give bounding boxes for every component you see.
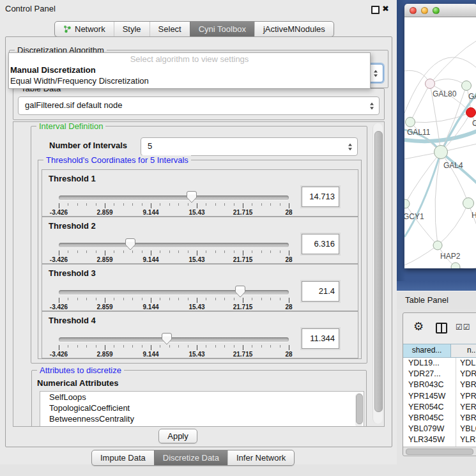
close-icon[interactable]: ✖ xyxy=(382,3,389,15)
tab-network[interactable]: Network xyxy=(55,22,114,36)
column-header-shared-name[interactable]: shared... xyxy=(403,344,451,357)
table-row[interactable]: YPR145WYPR1 xyxy=(403,391,476,402)
slider-tick xyxy=(77,250,78,253)
slider-tick xyxy=(188,203,188,206)
slider-tick xyxy=(224,203,225,206)
threshold-value-field[interactable]: 6.316 xyxy=(302,234,339,254)
slider-tick xyxy=(215,250,216,253)
network-node-ga[interactable] xyxy=(462,81,472,91)
zoom-traffic-light-icon[interactable] xyxy=(433,7,440,14)
table-row[interactable]: YLR345WYLR3 xyxy=(403,434,476,445)
dropdown-item-equal-width-frequency-discretization[interactable]: Equal Width/Frequency Discretization xyxy=(9,75,370,86)
slider-track[interactable] xyxy=(59,337,289,342)
slider-tick xyxy=(132,298,133,300)
network-edge[interactable] xyxy=(410,84,430,122)
network-node-c[interactable] xyxy=(466,108,476,118)
slider-tick xyxy=(114,345,114,348)
table-panel-titlebar: Table Panel xyxy=(397,291,476,309)
attribute-item-betweennesscentrality[interactable]: BetweennessCentrality xyxy=(40,413,364,424)
close-traffic-light-icon[interactable] xyxy=(410,7,417,14)
table-header-row: shared... n... xyxy=(403,344,476,358)
checkbox-columns-icon[interactable]: ☑☑ xyxy=(456,323,471,332)
slider-track[interactable] xyxy=(59,290,289,295)
panel-scrollbar-thumb[interactable] xyxy=(374,131,383,412)
dropdown-item-manual-discretization[interactable]: Manual Discretization xyxy=(9,65,370,75)
network-node-gcy1[interactable] xyxy=(404,199,410,208)
slider-tick xyxy=(280,203,280,206)
numerical-attributes-list[interactable]: SelfLoopsTopologicalCoefficientBetweenne… xyxy=(40,391,364,427)
slider-handle[interactable] xyxy=(125,238,135,250)
slider-tick xyxy=(234,345,234,348)
network-view-window: GAL80GACGAL11GAL4GCY1HHAP2 xyxy=(404,4,476,268)
network-edge[interactable] xyxy=(430,79,466,86)
network-node-gal11[interactable] xyxy=(406,118,415,127)
cyni-mode-tabs: Impute DataDiscretize DataInfer Network xyxy=(91,450,295,466)
table-cell-shared-name: YBR043C xyxy=(403,380,456,390)
column-header-name[interactable]: n... xyxy=(451,344,476,357)
table-hscrollbar-thumb[interactable] xyxy=(406,449,473,455)
table-cell-shared-name: YLR345W xyxy=(403,434,456,445)
slider-track[interactable] xyxy=(59,196,289,200)
table-row[interactable]: YDR27...YDR2 xyxy=(403,369,476,380)
slider-tick-label: -3.426 xyxy=(50,256,68,263)
tab-infer-network[interactable]: Infer Network xyxy=(227,450,294,465)
attribute-item-topologicalcoefficient[interactable]: TopologicalCoefficient xyxy=(40,403,364,413)
threshold-panel-1: Threshold 1-3.4262.8599.14415.4321.71528… xyxy=(42,169,358,217)
tab-cyni-toolbox[interactable]: Cyni Toolbox xyxy=(190,22,254,36)
threshold-value-field[interactable]: 14.713 xyxy=(302,187,339,207)
float-window-icon[interactable] xyxy=(371,6,380,14)
slider-tick xyxy=(243,298,243,303)
slider-tick xyxy=(142,250,142,253)
table-row[interactable]: YDL19...YDL1 xyxy=(403,358,476,369)
tab-discretize-data[interactable]: Discretize Data xyxy=(154,450,227,465)
tab-select[interactable]: Select xyxy=(150,22,190,36)
network-node-gal4[interactable] xyxy=(434,146,448,159)
algorithm-dropdown-popup: Select algorithm to view settings Manual… xyxy=(8,52,371,89)
network-node-label: GCY1 xyxy=(404,212,424,221)
slider-tick xyxy=(169,250,170,253)
slider-handle[interactable] xyxy=(235,286,246,298)
gear-icon[interactable]: ⚙︎ xyxy=(413,321,424,332)
network-edge[interactable] xyxy=(404,245,438,265)
number-of-intervals-combobox[interactable]: 5 xyxy=(141,137,358,156)
slider-tick xyxy=(151,345,151,350)
table-row[interactable]: YBR045CYBR0 xyxy=(403,413,476,424)
tab-jactivemnodules[interactable]: jActiveMNodules xyxy=(254,22,334,36)
minimize-traffic-light-icon[interactable] xyxy=(421,7,428,14)
attribute-item-selfloops[interactable]: SelfLoops xyxy=(40,392,364,403)
slider-tick xyxy=(59,203,59,208)
network-edge[interactable] xyxy=(405,204,438,245)
table-row[interactable]: YBR043CYBR0 xyxy=(403,380,476,390)
tab-impute-data[interactable]: Impute Data xyxy=(92,450,154,465)
slider-tick xyxy=(105,203,105,208)
threshold-value-field[interactable]: 11.344 xyxy=(302,328,339,349)
slider-track[interactable] xyxy=(59,243,289,247)
network-node-gal80[interactable] xyxy=(426,79,435,89)
slider-tick-label: 2.859 xyxy=(96,209,112,216)
table-row[interactable]: YER054CYER0 xyxy=(403,402,476,413)
tab-style[interactable]: Style xyxy=(114,22,150,36)
slider-handle[interactable] xyxy=(186,191,197,203)
apply-button[interactable]: Apply xyxy=(158,429,197,443)
threshold-value-field[interactable]: 21.4 xyxy=(302,281,339,302)
network-edge[interactable] xyxy=(441,152,468,203)
network-node-hap2[interactable] xyxy=(433,241,442,250)
table-data-combobox[interactable]: galFiltered.sif default node xyxy=(18,96,380,115)
threshold-label: Threshold 4 xyxy=(49,316,96,325)
slider-tick-label: 2.859 xyxy=(96,256,112,263)
table-row[interactable]: YBL079WYBL0 xyxy=(403,424,476,434)
network-edge[interactable] xyxy=(438,203,468,245)
column-browser-icon[interactable] xyxy=(436,323,447,334)
list-scrollbar-thumb[interactable] xyxy=(356,394,363,424)
slider-tick xyxy=(206,203,206,206)
dropdown-placeholder-item[interactable]: Select algorithm to view settings xyxy=(9,53,370,65)
interval-definition-group-title: Interval Definition xyxy=(36,121,105,131)
network-node[interactable] xyxy=(451,263,460,268)
slider-handle[interactable] xyxy=(162,333,173,345)
slider-tick xyxy=(132,345,133,348)
slider-tick xyxy=(142,203,142,206)
slider-tick xyxy=(178,298,179,300)
network-node-h[interactable] xyxy=(463,198,474,209)
slider-tick xyxy=(243,345,243,350)
network-canvas[interactable]: GAL80GACGAL11GAL4GCY1HHAP2 xyxy=(404,17,476,268)
